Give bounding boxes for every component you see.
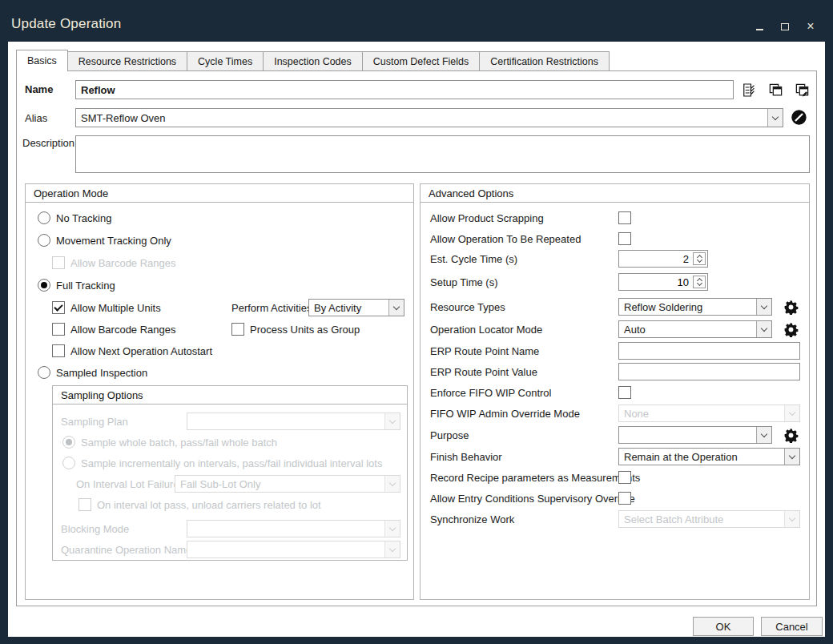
allow-product-scrapping-label: Allow Product Scrapping [430, 212, 544, 225]
chevron-down-icon [389, 524, 396, 530]
synchronize-work-placeholder: Select Batch Attribute [619, 511, 784, 527]
sampling-plan-value [187, 413, 384, 429]
allow-barcode-ranges-movement-label: Allow Barcode Ranges [70, 257, 176, 270]
tab-custom-defect-fields[interactable]: Custom Defect Fields [362, 51, 480, 71]
perform-activities-label: Perform Activities [231, 302, 312, 315]
purpose-settings-button[interactable] [783, 428, 799, 443]
purpose-label: Purpose [430, 429, 469, 442]
spinner-updown-icon[interactable] [693, 276, 706, 288]
tab-certification-restrictions[interactable]: Certification Restrictions [479, 51, 610, 71]
no-tracking-label: No Tracking [56, 212, 111, 225]
checkbox-enforce-fifo-wip-control[interactable] [618, 386, 631, 399]
purpose-combobox[interactable] [618, 426, 772, 444]
copy-icon[interactable] [768, 83, 783, 98]
fifo-wip-admin-override-mode-combobox: None [618, 405, 800, 422]
operation-mode-title: Operation Mode [26, 184, 413, 203]
minimize-button[interactable] [751, 19, 767, 34]
radio-sample-incrementally [62, 457, 75, 469]
chevron-down-icon [389, 417, 396, 423]
quarantine-operation-name-dropdown-button [384, 541, 400, 557]
close-button[interactable]: × [803, 19, 819, 34]
finish-behavior-label: Finish Behavior [430, 451, 502, 464]
blocking-mode-label: Blocking Mode [61, 523, 129, 536]
setup-time-input[interactable] [619, 276, 693, 289]
erp-route-point-value-input[interactable] [618, 363, 800, 380]
synchronize-work-combobox: Select Batch Attribute [618, 510, 800, 528]
block-icon[interactable] [791, 109, 807, 126]
erp-route-point-value-label: ERP Route Point Value [430, 366, 537, 379]
checkbox-allow-barcode-ranges[interactable] [52, 323, 65, 336]
radio-sampled-inspection[interactable] [38, 366, 50, 379]
checklist-icon[interactable] [742, 83, 757, 98]
name-label: Name [25, 83, 53, 96]
radio-full-tracking[interactable] [38, 279, 50, 292]
description-textarea[interactable] [75, 135, 810, 173]
checkbox-allow-next-operation-autostart[interactable] [52, 344, 65, 357]
tab-resource-restrictions[interactable]: Resource Restrictions [67, 51, 187, 71]
finish-behavior-dropdown-button[interactable] [784, 449, 799, 465]
maximize-button[interactable] [777, 19, 793, 34]
allow-entry-conditions-override-label: Allow Entry Conditions Supervisory Overr… [430, 493, 635, 505]
purpose-dropdown-button[interactable] [756, 427, 771, 443]
radio-no-tracking[interactable] [38, 211, 50, 224]
checkbox-process-units-as-group[interactable] [231, 323, 244, 336]
cancel-button[interactable]: Cancel [761, 617, 823, 636]
chevron-down-icon [772, 113, 779, 119]
setup-time-spinner[interactable] [618, 273, 708, 291]
advanced-options-title: Advanced Options [421, 184, 809, 203]
chevron-down-icon [761, 302, 767, 308]
window-controls: × [751, 19, 819, 34]
operation-mode-groupbox: Operation Mode No Tracking Movement Trac… [25, 183, 414, 600]
erp-route-point-name-label: ERP Route Point Name [430, 345, 539, 358]
sample-whole-batch-label: Sample whole batch, pass/fail whole batc… [81, 437, 277, 449]
setup-time-label: Setup Time (s) [430, 276, 498, 289]
finish-behavior-combobox[interactable]: Remain at the Operation [618, 448, 800, 465]
erp-route-point-name-input[interactable] [618, 342, 800, 360]
window-title: Update Operation [11, 16, 121, 32]
alias-dropdown-button[interactable] [767, 109, 783, 127]
chevron-down-icon [761, 324, 767, 331]
tab-inspection-codes[interactable]: Inspection Codes [263, 51, 363, 71]
copy-edit-icon[interactable] [795, 83, 810, 98]
est-cycle-time-spinner[interactable] [618, 250, 708, 268]
spinner-updown-icon[interactable] [693, 252, 706, 265]
chevron-down-icon [389, 545, 396, 551]
checkbox-record-recipe-parameters[interactable] [618, 471, 631, 484]
resource-types-combobox[interactable]: Reflow Soldering [618, 298, 772, 316]
purpose-value [619, 427, 756, 443]
operation-locator-mode-combobox[interactable]: Auto [618, 320, 772, 338]
advanced-options-groupbox: Advanced Options Allow Product Scrapping… [420, 183, 810, 600]
gear-icon [783, 322, 799, 337]
checkbox-allow-operation-to-be-repeated[interactable] [618, 232, 631, 245]
name-input[interactable] [75, 80, 734, 99]
fifo-wip-admin-override-mode-value: None [619, 405, 784, 421]
quarantine-operation-name-value [187, 541, 384, 557]
perform-activities-dropdown-button[interactable] [388, 300, 404, 316]
checkbox-allow-multiple-units[interactable] [52, 301, 65, 314]
alias-combobox[interactable]: SMT-Reflow Oven [75, 108, 783, 127]
est-cycle-time-label: Est. Cycle Time (s) [430, 253, 517, 266]
ok-button[interactable]: OK [693, 617, 754, 636]
operation-locator-mode-dropdown-button[interactable] [756, 321, 771, 337]
finish-behavior-value: Remain at the Operation [619, 449, 784, 465]
resource-types-dropdown-button[interactable] [756, 299, 771, 315]
checkbox-allow-product-scrapping[interactable] [618, 211, 631, 224]
on-interval-lot-failure-value: Fail Sub-Lot Only [175, 476, 384, 492]
checkbox-allow-barcode-ranges-movement [52, 256, 65, 269]
sampling-plan-dropdown-button [384, 413, 400, 429]
resource-types-settings-button[interactable] [783, 300, 799, 315]
operation-locator-mode-value: Auto [619, 321, 756, 337]
perform-activities-combobox[interactable]: By Activity [308, 299, 404, 316]
radio-movement-tracking-only[interactable] [38, 234, 50, 247]
chevron-down-icon [761, 430, 767, 437]
on-interval-lot-failure-label: On Interval Lot Failure [76, 478, 179, 491]
operation-locator-mode-settings-button[interactable] [783, 322, 799, 337]
tab-cycle-times[interactable]: Cycle Times [187, 51, 264, 71]
tab-basics[interactable]: Basics [16, 50, 68, 71]
sampling-options-title: Sampling Options [53, 386, 407, 405]
allow-barcode-ranges-label: Allow Barcode Ranges [70, 324, 176, 336]
checkbox-allow-entry-conditions-override[interactable] [618, 492, 631, 505]
fifo-wip-admin-override-mode-dropdown-button [784, 405, 799, 421]
est-cycle-time-input[interactable] [619, 252, 693, 266]
blocking-mode-value [187, 521, 384, 537]
